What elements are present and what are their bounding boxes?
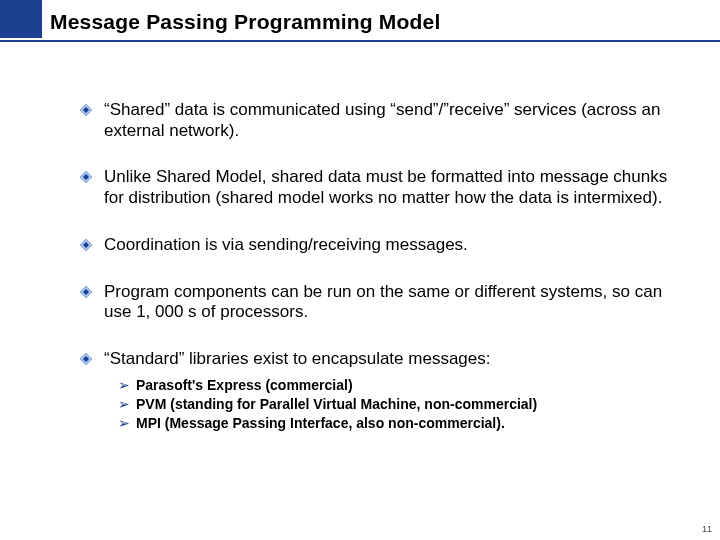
slide: Message Passing Programming Model “Share… [0, 0, 720, 540]
bullet-item: Unlike Shared Model, shared data must be… [80, 167, 670, 208]
sub-bullet-text: PVM (standing for Parallel Virtual Machi… [136, 395, 537, 413]
sub-bullet-text: Parasoft's Express (commercial) [136, 376, 353, 394]
sub-bullet-item: ➢ Parasoft's Express (commercial) [118, 376, 670, 394]
slide-content: “Shared” data is communicated using “sen… [80, 100, 670, 433]
bullet-item: “Standard” libraries exist to encapsulat… [80, 349, 670, 370]
page-number: 11 [702, 524, 712, 534]
diamond-bullet-icon [80, 171, 92, 183]
sub-bullet-list: ➢ Parasoft's Express (commercial) ➢ PVM … [118, 376, 670, 433]
arrow-bullet-icon: ➢ [118, 376, 130, 394]
diamond-bullet-icon [80, 353, 92, 365]
bullet-text: Coordination is via sending/receiving me… [104, 235, 670, 256]
slide-title: Message Passing Programming Model [50, 10, 441, 34]
horizontal-rule [0, 40, 720, 42]
bullet-item: Program components can be run on the sam… [80, 282, 670, 323]
bullet-item: “Shared” data is communicated using “sen… [80, 100, 670, 141]
bullet-text: Unlike Shared Model, shared data must be… [104, 167, 670, 208]
bullet-item: Coordination is via sending/receiving me… [80, 235, 670, 256]
sub-bullet-text: MPI (Message Passing Interface, also non… [136, 414, 505, 432]
sub-bullet-item: ➢ PVM (standing for Parallel Virtual Mac… [118, 395, 670, 413]
diamond-bullet-icon [80, 239, 92, 251]
diamond-bullet-icon [80, 104, 92, 116]
bullet-text: “Shared” data is communicated using “sen… [104, 100, 670, 141]
sub-bullet-item: ➢ MPI (Message Passing Interface, also n… [118, 414, 670, 432]
arrow-bullet-icon: ➢ [118, 395, 130, 413]
bullet-text: Program components can be run on the sam… [104, 282, 670, 323]
diamond-bullet-icon [80, 286, 92, 298]
bullet-text: “Standard” libraries exist to encapsulat… [104, 349, 670, 370]
corner-accent-box [0, 0, 42, 38]
arrow-bullet-icon: ➢ [118, 414, 130, 432]
